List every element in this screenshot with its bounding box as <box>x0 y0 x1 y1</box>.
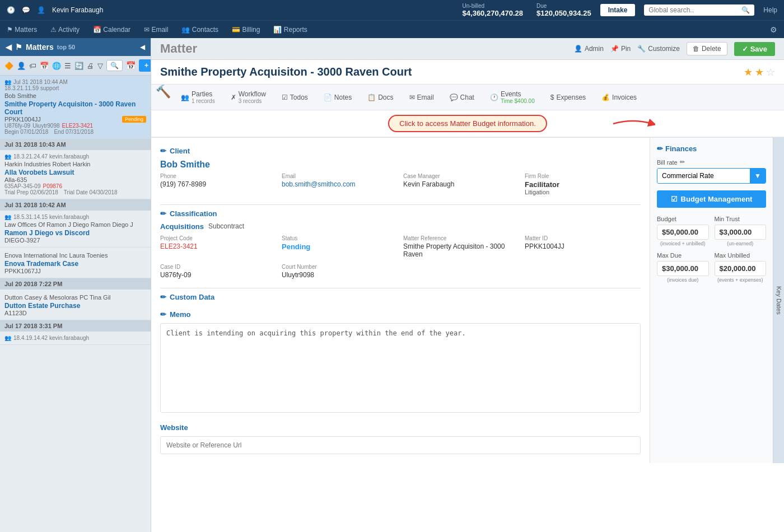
project-code-block: Project Code ELE23-3421 <box>160 235 276 258</box>
global-search-input[interactable] <box>648 6 738 14</box>
admin-button[interactable]: 👤 Admin <box>574 45 604 53</box>
pin-icon: 📌 <box>610 45 619 53</box>
matter-ref: A1123D <box>4 310 146 316</box>
case-manager-label: Case Manager <box>403 173 519 179</box>
bill-rate-select[interactable]: Commercial Rate Standard Rate Custom Rat… <box>657 168 766 184</box>
admin-icon: 👤 <box>574 45 582 53</box>
status-block: Status Pending <box>282 235 398 258</box>
tab-expenses[interactable]: $ Expenses <box>543 85 594 111</box>
help-link[interactable]: Help <box>763 6 777 14</box>
phone-value: (919) 767-8989 <box>160 180 276 188</box>
email-label: Email <box>417 94 434 101</box>
header-actions: 👤 Admin 📌 Pin 🔧 Customize 🗑 Delete ✓ <box>574 42 775 56</box>
list-item[interactable]: Enova International Inc Laura Toenies En… <box>0 248 151 278</box>
nav-calendar[interactable]: 📅 Calendar <box>93 26 130 34</box>
bill-rate-dropdown[interactable]: Commercial Rate Standard Rate Custom Rat… <box>657 169 750 183</box>
matter-dates: Trial Prep 02/06/2018Trial Date 04/30/20… <box>4 189 146 195</box>
refresh-icon[interactable]: 🔄 <box>74 62 83 70</box>
bill-rate-edit-icon[interactable]: ✏ <box>680 158 685 166</box>
nav-matters[interactable]: ⚑ Matters <box>7 26 37 34</box>
chat-label: Chat <box>460 94 474 101</box>
matter-client: Harkin Industries Robert Harkin <box>4 161 146 167</box>
edit-icon-3[interactable]: ✏ <box>160 293 166 301</box>
matter-codes: 635AP-345-09 P09876 <box>4 183 146 189</box>
email-label: Email <box>282 173 398 179</box>
list-icon[interactable]: ☰ <box>64 62 71 70</box>
status-badge: Pending <box>122 116 146 123</box>
matter-icon: 🔨 <box>156 85 171 110</box>
nav-billing[interactable]: 💳 Billing <box>232 26 260 34</box>
star-1[interactable]: ★ <box>744 66 753 78</box>
global-search-bar[interactable]: 🔍 <box>644 4 754 16</box>
unbilled-due: Un-billed $4,360,270,470.28 Due $120,050… <box>463 3 591 17</box>
tab-workflow[interactable]: ✗ Workflow 3 records <box>223 85 274 111</box>
filter2-icon[interactable]: ▽ <box>97 62 103 70</box>
tab-docs[interactable]: 📋 Docs <box>360 85 401 111</box>
unbilled-label: Un-billed <box>463 3 523 9</box>
globe-icon[interactable]: 🌐 <box>52 62 61 70</box>
save-button[interactable]: ✓ Save <box>734 42 775 56</box>
sidebar-collapse-icon[interactable]: ◀ <box>140 43 145 51</box>
settings-icon[interactable]: ⚙ <box>770 25 777 34</box>
star-3[interactable]: ☆ <box>766 66 775 78</box>
sidebar-search[interactable]: 🔍 <box>106 60 123 71</box>
website-title: Website <box>160 423 641 432</box>
calendar-filter-icon[interactable]: 📅 <box>40 62 49 70</box>
key-dates-tab[interactable]: Key Dates <box>773 138 784 463</box>
budget-management-button[interactable]: ☑ Budget Management <box>657 190 766 208</box>
star-2[interactable]: ★ <box>755 66 764 78</box>
matter-content: Smithe Property Acquisiton - 3000 Raven … <box>151 60 784 532</box>
nav-email[interactable]: ✉ Email <box>144 26 168 34</box>
website-input[interactable] <box>160 436 641 454</box>
list-item[interactable]: 👥 18.5.31.14.15 kevin.farabaugh Law Offi… <box>0 211 151 248</box>
edit-icon[interactable]: ✏ <box>160 147 166 155</box>
matter-group-header: Jul 31 2018 10:43 AM <box>0 139 151 150</box>
delete-button[interactable]: 🗑 Delete <box>687 42 727 55</box>
sidebar-header: ◀ ⚑ Matters top 50 ◀ <box>0 38 151 56</box>
intake-button[interactable]: Intake <box>600 4 636 16</box>
nav-contacts[interactable]: 👥 Contacts <box>181 26 218 34</box>
edit-icon-finances[interactable]: ✏ <box>657 144 663 153</box>
budget-alert-container: Click to access Matter Budget informatio… <box>151 110 784 137</box>
nav-activity[interactable]: ⚠ Activity <box>50 26 80 34</box>
customize-button[interactable]: 🔧 Customize <box>637 45 680 53</box>
edit-icon-4[interactable]: ✏ <box>160 310 166 319</box>
new-matter-button[interactable]: + New <box>139 59 151 72</box>
pin-button[interactable]: 📌 Pin <box>610 45 631 53</box>
matter-meta: 👥 18.5.31.14.15 kevin.farabaugh <box>4 214 146 220</box>
wrench-icon: 🔧 <box>637 45 646 53</box>
list-item[interactable]: 👥 18.3.21.24.47 kevin.farabaugh Harkin I… <box>0 150 151 199</box>
matter-meta: 👥 Jul 31 2018 10:44 AM <box>4 79 146 85</box>
arrow-left-icon[interactable]: ◀ <box>6 43 12 52</box>
memo-textarea[interactable]: Client is intending on acquiring this pr… <box>160 323 641 413</box>
user-filter-icon[interactable]: 👤 <box>17 62 26 70</box>
due-label: Due <box>536 3 591 9</box>
filter-icon[interactable]: 🔶 <box>4 62 13 70</box>
tag-icon[interactable]: 🏷 <box>29 62 36 70</box>
firm-role-value: Facilitator <box>525 180 641 189</box>
clock-icon: 🕐 <box>7 6 15 14</box>
calendar-icon[interactable]: 📅 <box>126 61 136 70</box>
tab-events[interactable]: 🕐 Events Time $400.00 <box>482 85 543 111</box>
page-title: Matter <box>160 41 197 56</box>
tab-invoices[interactable]: 💰 Invoices <box>594 85 645 111</box>
tab-email[interactable]: ✉ Email <box>402 85 442 111</box>
print-icon[interactable]: 🖨 <box>87 62 94 70</box>
budget-alert[interactable]: Click to access Matter Budget informatio… <box>388 115 547 132</box>
tab-chat[interactable]: 💬 Chat <box>442 85 482 111</box>
tab-todos[interactable]: ☑ Todos <box>274 85 316 111</box>
nav-reports[interactable]: 📊 Reports <box>273 26 307 34</box>
firm-role-block: Firm Role Facilitator Litigation <box>525 173 641 195</box>
list-item[interactable]: 👥 Jul 31 2018 10:44 AM 18.3.21.11.59 sup… <box>0 76 151 139</box>
save-label: Save <box>750 45 767 53</box>
tab-notes[interactable]: 📄 Notes <box>316 85 360 111</box>
matter-name: Dutton Estate Purchase <box>4 302 146 310</box>
max-due-item: Max Due $30,000.00 (invoices due) <box>657 252 709 283</box>
list-item[interactable]: Dutton Casey & Mesoloras PC Tina Gil Dut… <box>0 290 151 320</box>
tab-parties[interactable]: 👥 Parties 1 records <box>173 85 223 111</box>
content-area: Matter 👤 Admin 📌 Pin 🔧 Customize 🗑 Delet… <box>151 38 784 532</box>
parties-icon: 👥 <box>181 94 189 101</box>
matter-client: Dutton Casey & Mesoloras PC Tina Gil <box>4 294 146 301</box>
list-item[interactable]: 👥 18.4.19.14.42 kevin.farabaugh <box>0 332 151 345</box>
edit-icon-2[interactable]: ✏ <box>160 209 166 218</box>
